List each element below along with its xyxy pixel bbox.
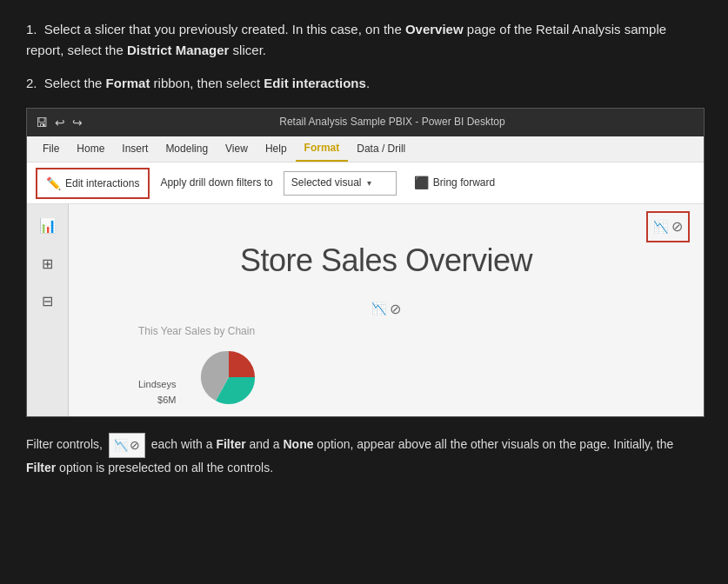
window-title: Retail Analysis Sample PBIX - Power BI D…: [90, 114, 695, 130]
sidebar-table-icon[interactable]: ⊞: [38, 249, 57, 279]
menu-format[interactable]: Format: [296, 136, 349, 162]
filter-icon-mid[interactable]: 📉: [371, 299, 386, 318]
bring-forward-button[interactable]: ⬛ Bring forward: [407, 169, 502, 196]
pie-chart: [190, 347, 268, 408]
chain-subtitle: This Year Sales by Chain: [138, 323, 255, 340]
none-circle-icon-top[interactable]: ⊘: [671, 216, 683, 238]
menu-view[interactable]: View: [217, 137, 257, 161]
menu-data-drill[interactable]: Data / Drill: [348, 137, 414, 161]
main-canvas: 📉 ⊘ Store Sales Overview 📉 ⊘ This Year S…: [69, 204, 704, 416]
undo-icon[interactable]: ↩: [55, 113, 65, 132]
bring-forward-label: Bring forward: [433, 175, 495, 191]
bottom-text: Filter controls, 📉 ⊘ each with a Filter …: [26, 433, 702, 478]
sidebar-bar-chart-icon[interactable]: 📊: [36, 211, 60, 241]
bring-forward-icon: ⬛: [414, 173, 429, 192]
chart-area: Lindseys $6M: [138, 347, 268, 408]
step-2: 2. Select the Format ribbon, then select…: [26, 73, 702, 94]
edit-interactions-button[interactable]: ✏️ Edit interactions: [36, 168, 150, 199]
save-icon[interactable]: 🖫: [36, 113, 48, 132]
content-area: 📊 ⊞ ⊟ 📉 ⊘ Store Sales Overview 📉 ⊘ This …: [27, 204, 704, 416]
menu-modeling[interactable]: Modeling: [157, 137, 217, 161]
inline-none-icon: ⊘: [130, 435, 140, 455]
sidebar: 📊 ⊞ ⊟: [27, 204, 69, 416]
step-1: 1. Select a slicer that you previously c…: [26, 19, 702, 61]
title-bar: 🖫 ↩ ↪ Retail Analysis Sample PBIX - Powe…: [27, 109, 704, 136]
menu-help[interactable]: Help: [257, 137, 296, 161]
step-1-number: 1.: [26, 22, 37, 36]
interaction-icons-highlight: 📉 ⊘: [646, 211, 690, 242]
edit-interactions-icon: ✏️: [46, 176, 61, 190]
dropdown-arrow-icon: ▾: [367, 176, 371, 190]
none-bold: None: [283, 438, 313, 452]
ribbon: ✏️ Edit interactions Apply drill down fi…: [27, 163, 704, 204]
menu-bar: File Home Insert Modeling View Help Form…: [27, 136, 704, 163]
none-circle-icon-mid[interactable]: ⊘: [390, 298, 401, 321]
edit-interactions-label: Edit interactions: [65, 177, 139, 189]
sidebar-grid-icon[interactable]: ⊟: [38, 287, 57, 316]
filter-bold-2: Filter: [26, 461, 56, 474]
chart-label: Lindseys $6M: [138, 377, 176, 408]
district-manager-bold: District Manager: [127, 43, 230, 57]
filter-bold: Filter: [216, 438, 245, 452]
step-2-text: Select the Format ribbon, then select Ed…: [44, 76, 370, 90]
store-title: Store Sales Overview: [240, 236, 532, 286]
selected-visual-dropdown[interactable]: Selected visual ▾: [284, 171, 397, 196]
selected-visual-text: Selected visual: [291, 175, 362, 191]
menu-insert[interactable]: Insert: [113, 137, 157, 161]
step-1-text: Select a slicer that you previously crea…: [26, 22, 666, 57]
inline-filter-icons: 📉 ⊘: [109, 433, 145, 458]
chart-value-label: $6M: [157, 393, 176, 408]
overview-bold: Overview: [405, 22, 464, 36]
apply-drill-label: Apply drill down filters to: [160, 175, 272, 191]
filter-icon-top[interactable]: 📉: [653, 217, 668, 236]
chart-company-label: Lindseys: [138, 377, 176, 393]
inline-filter-icon: 📉: [114, 436, 128, 455]
step-2-number: 2.: [26, 76, 37, 90]
interaction-icons-mid: 📉 ⊘: [371, 298, 401, 321]
menu-home[interactable]: Home: [68, 137, 113, 161]
redo-icon[interactable]: ↪: [72, 113, 83, 132]
menu-file[interactable]: File: [34, 137, 68, 161]
format-bold: Format: [106, 76, 150, 90]
screenshot-container: 🖫 ↩ ↪ Retail Analysis Sample PBIX - Powe…: [26, 108, 705, 417]
edit-interactions-bold: Edit interactions: [264, 76, 366, 90]
